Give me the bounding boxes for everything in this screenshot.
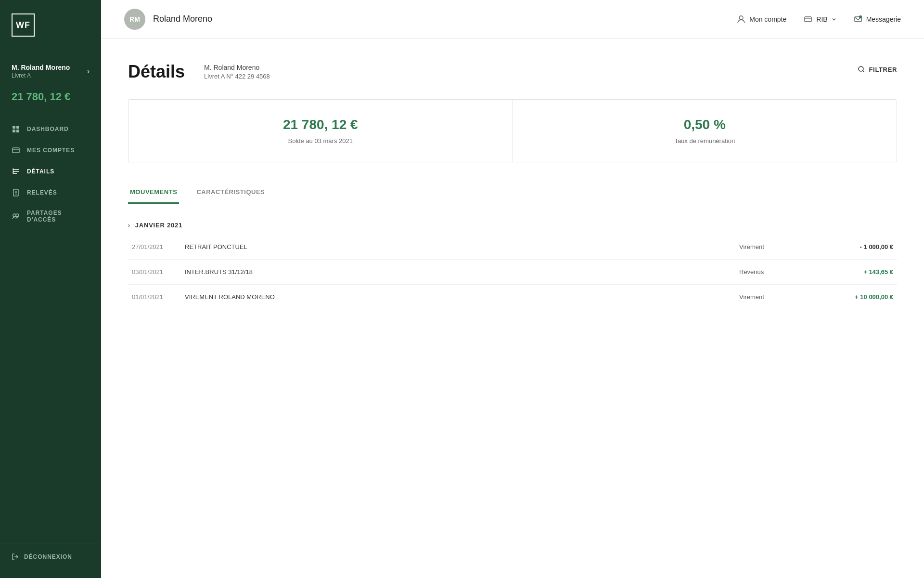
- logo: WF: [12, 13, 35, 37]
- sidebar-item-releves[interactable]: RELEVÉS: [0, 182, 101, 203]
- tx-label: INTER.BRUTS 31/12/18: [185, 268, 739, 276]
- sidebar-item-dashboard[interactable]: DASHBOARD: [0, 118, 101, 140]
- stat-label-balance: Solde au 03 mars 2021: [288, 137, 353, 144]
- logo-area: WF: [0, 0, 101, 48]
- tabs-row: MOUVEMENTS CARACTÉRISTIQUES: [128, 182, 897, 204]
- tx-amount: + 10 000,00 €: [816, 293, 893, 301]
- stats-row: 21 780, 12 € Solde au 03 mars 2021 0,50 …: [128, 99, 897, 162]
- tab-mouvements[interactable]: MOUVEMENTS: [128, 182, 179, 204]
- sidebar-item-releves-label: RELEVÉS: [27, 189, 57, 196]
- svg-rect-4: [13, 148, 19, 153]
- table-row: 27/01/2021 RETRAIT PONCTUEL Virement - 1…: [128, 235, 897, 260]
- month-chevron-icon: ›: [128, 222, 130, 229]
- rib-button[interactable]: RIB: [804, 15, 836, 24]
- partages-icon: [12, 212, 20, 221]
- mon-compte-label: Mon compte: [749, 15, 786, 23]
- svg-point-16: [13, 214, 16, 217]
- account-info: M. Roland Moreno Livret A N° 422 29 4568: [204, 62, 270, 80]
- account-owner: M. Roland Moreno: [204, 64, 270, 71]
- tx-label: RETRAIT PONCTUEL: [185, 243, 739, 250]
- logout-icon: [12, 553, 19, 561]
- stat-value-balance: 21 780, 12 €: [283, 117, 358, 132]
- sidebar-balance-amount: 21 780, 12 €: [12, 91, 90, 103]
- svg-rect-0: [13, 126, 15, 129]
- svg-line-25: [862, 71, 864, 73]
- user-section[interactable]: M. Roland Moreno Livret A ›: [0, 48, 101, 87]
- svg-rect-20: [805, 17, 811, 22]
- sidebar-bottom: DÉCONNEXION: [0, 543, 101, 578]
- page-title: Détails: [128, 62, 185, 82]
- tx-date: 03/01/2021: [132, 268, 185, 276]
- tx-amount: - 1 000,00 €: [816, 243, 893, 250]
- account-number: Livret A N° 422 29 4568: [204, 73, 270, 80]
- sidebar-item-mes-comptes[interactable]: MES COMPTES: [0, 140, 101, 161]
- logout-label: DÉCONNEXION: [24, 553, 72, 560]
- sidebar-user-sub: Livret A: [12, 72, 70, 79]
- svg-rect-9: [13, 169, 14, 170]
- tx-date: 01/01/2021: [132, 293, 185, 301]
- stat-card-rate: 0,50 % Taux de rémunération: [513, 100, 897, 162]
- svg-rect-3: [16, 130, 19, 132]
- topbar-actions: Mon compte RIB Messagerie: [737, 15, 901, 24]
- rib-icon: [804, 15, 812, 24]
- svg-rect-10: [13, 171, 14, 171]
- mon-compte-button[interactable]: Mon compte: [737, 15, 786, 24]
- sidebar-item-mes-comptes-label: MES COMPTES: [27, 147, 75, 154]
- dashboard-icon: [12, 125, 20, 133]
- stat-card-balance: 21 780, 12 € Solde au 03 mars 2021: [128, 100, 513, 162]
- svg-rect-2: [13, 130, 15, 132]
- table-row: 01/01/2021 VIREMENT ROLAND MORENO Vireme…: [128, 285, 897, 309]
- main-content: RM Roland Moreno Mon compte RIB: [101, 0, 924, 578]
- sidebar-item-dashboard-label: DASHBOARD: [27, 126, 69, 132]
- tx-type: Virement: [739, 243, 816, 250]
- topbar: RM Roland Moreno Mon compte RIB: [101, 0, 924, 39]
- search-icon: [858, 66, 865, 73]
- page-content: Détails M. Roland Moreno Livret A N° 422…: [101, 39, 924, 578]
- stat-value-rate: 0,50 %: [684, 117, 726, 132]
- stat-label-rate: Taux de rémunération: [674, 137, 735, 144]
- page-header: Détails M. Roland Moreno Livret A N° 422…: [128, 62, 897, 82]
- tx-date: 27/01/2021: [132, 243, 185, 250]
- svg-rect-1: [16, 126, 19, 129]
- tx-label: VIREMENT ROLAND MORENO: [185, 293, 739, 301]
- month-label: JANVIER 2021: [135, 222, 182, 229]
- tx-type: Virement: [739, 293, 816, 301]
- tx-amount: + 143,65 €: [816, 268, 893, 276]
- avatar: RM: [124, 9, 145, 30]
- table-row: 03/01/2021 INTER.BRUTS 31/12/18 Revenus …: [128, 260, 897, 285]
- tx-type: Revenus: [739, 268, 816, 276]
- details-icon: [12, 167, 20, 176]
- person-icon: [737, 15, 745, 24]
- sidebar-item-partages-label: PARTAGES D'ACCÈS: [27, 210, 90, 223]
- svg-point-19: [739, 16, 743, 20]
- chevron-right-icon: ›: [87, 67, 90, 76]
- nav-menu: DASHBOARD MES COMPTES: [0, 115, 101, 543]
- releves-icon: [12, 188, 20, 197]
- chevron-down-icon: [832, 17, 836, 22]
- month-header[interactable]: › JANVIER 2021: [128, 218, 897, 233]
- sidebar-item-partages[interactable]: PARTAGES D'ACCÈS: [0, 203, 101, 229]
- filter-button[interactable]: FILTRER: [858, 62, 897, 77]
- month-group-janvier: › JANVIER 2021 27/01/2021 RETRAIT PONCTU…: [128, 218, 897, 309]
- filter-label: FILTRER: [869, 66, 897, 73]
- messagerie-label: Messagerie: [866, 15, 901, 23]
- mes-comptes-icon: [12, 146, 20, 155]
- tab-caracteristiques[interactable]: CARACTÉRISTIQUES: [194, 182, 267, 204]
- svg-rect-11: [13, 172, 14, 173]
- sidebar-item-details-label: DÉTAILS: [27, 168, 54, 175]
- svg-point-23: [859, 15, 862, 18]
- logout-button[interactable]: DÉCONNEXION: [12, 553, 90, 561]
- sidebar-user-name: M. Roland Moreno: [12, 64, 70, 71]
- sidebar-item-details[interactable]: DÉTAILS: [0, 161, 101, 182]
- sidebar: WF M. Roland Moreno Livret A › 21 780, 1…: [0, 0, 101, 578]
- svg-point-17: [16, 214, 19, 217]
- sidebar-balance: 21 780, 12 €: [0, 87, 101, 115]
- topbar-user-name: Roland Moreno: [153, 14, 729, 24]
- rib-label: RIB: [816, 15, 827, 23]
- mail-icon: [854, 15, 862, 24]
- messagerie-button[interactable]: Messagerie: [854, 15, 901, 24]
